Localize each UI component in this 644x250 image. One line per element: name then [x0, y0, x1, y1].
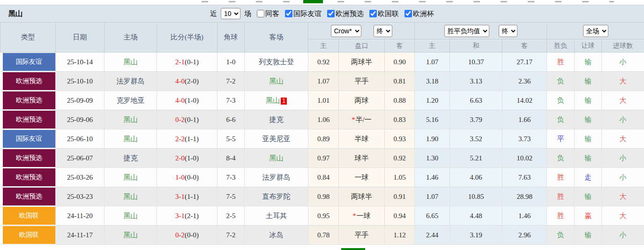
page-title: 黑山: [8, 5, 22, 22]
odds-group-header: Crow* 终: [308, 23, 415, 39]
home-odds-cell: 1.01: [308, 91, 339, 110]
goals-cell: 大: [602, 187, 644, 206]
home-team-name: 黑山: [124, 212, 138, 220]
sub-header-handicap-result: 让球: [575, 39, 602, 53]
away-team-cell: 土耳其: [245, 206, 308, 226]
fulltime-score: 0-2: [175, 116, 185, 123]
competition-type-cell: 欧国联: [0, 226, 56, 245]
mean-away-cell: 2.36: [502, 72, 547, 91]
col-header-home: 主场: [105, 23, 157, 53]
mean-type-select[interactable]: 胜平负均值: [444, 25, 489, 37]
mean-home-cell: 1.90: [415, 129, 450, 149]
scope-select[interactable]: 全场: [583, 25, 608, 37]
handicap-result-cell: 输: [575, 53, 602, 72]
mean-away-cell: 14.02: [502, 91, 547, 110]
scope-group-header: 全场: [547, 23, 644, 39]
competition-filter-euro-qual[interactable]: 欧洲预选: [323, 9, 364, 18]
home-team-cell: 黑山: [105, 206, 157, 226]
filter-controls: 近 10 场 同客 国际友谊 欧洲预选 欧国联: [210, 8, 434, 19]
handicap-cell: *一球: [339, 206, 385, 226]
goals-cell: 大: [602, 91, 644, 110]
away-team-name: 黑山: [270, 154, 284, 162]
odds-source-select[interactable]: Crow*: [331, 25, 361, 37]
handicap-cell: 半球: [339, 129, 385, 149]
fulltime-score: 1-0: [175, 174, 185, 181]
away-team-cell: 直布罗陀: [245, 187, 308, 206]
same-venue-filter[interactable]: 同客: [253, 9, 279, 18]
match-row: 欧国联24-11-17黑山0-2(0-0)7-2冰岛0.78平手1.122.44…: [0, 226, 644, 245]
result-cell: 胜: [547, 187, 575, 206]
home-team-name: 黑山: [124, 174, 138, 181]
away-odds-cell: 0.93: [385, 129, 415, 149]
competition-badge: 欧洲预选: [3, 111, 56, 129]
home-team-cell: 捷克: [105, 149, 157, 168]
mean-group-header: 胜平负均值 终: [415, 23, 547, 39]
competition-filter-euro-cup[interactable]: 欧洲杯: [401, 9, 434, 18]
match-row: 欧国联24-11-20黑山3-1(2-1)2-5土耳其0.95*一球0.946.…: [0, 206, 644, 226]
nations-league-checkbox[interactable]: [369, 10, 377, 17]
odds-time-select[interactable]: 终: [374, 25, 392, 37]
bottom-green-cell: [341, 248, 365, 250]
goals-cell: 小: [602, 168, 644, 187]
match-row: 欧洲预选25-03-26黑山1-0(0-0)7-3法罗群岛0.84一球1.051…: [0, 168, 644, 187]
fulltime-score: 2-2: [175, 135, 185, 143]
handicap-change-star: *: [352, 116, 355, 123]
col-header-type: 类型: [0, 23, 56, 53]
mean-home-cell: 1.07: [415, 53, 450, 72]
fulltime-score: 2-1: [175, 58, 185, 66]
sub-header-odds-away: 客: [385, 39, 415, 53]
match-row: 欧洲预选25-09-09克罗地亚4-0(1-0)7-3黑山11.01两球0.88…: [0, 91, 644, 110]
home-odds-cell: 0.98: [308, 187, 339, 206]
recent-count-select[interactable]: 10: [221, 8, 240, 19]
mean-home-cell: 1.46: [415, 168, 450, 187]
mean-draw-cell: 6.63: [450, 91, 502, 110]
away-odds-cell: 0.83: [385, 110, 415, 129]
competition-badge: 欧国联: [3, 226, 56, 244]
euro-qual-label: 欧洲预选: [336, 9, 364, 18]
corner-cell: 7-3: [217, 91, 245, 110]
home-team-cell: 黑山: [105, 168, 157, 187]
match-row: 欧洲预选25-10-10法罗群岛4-0(2-0)7-2黑山1.07平手0.813…: [0, 72, 644, 91]
col-header-score: 比分(半场): [157, 23, 217, 53]
score-cell: 2-0(1-0): [157, 149, 217, 168]
home-team-name: 黑山: [124, 58, 138, 66]
competition-filter-nations-league[interactable]: 欧国联: [366, 9, 399, 18]
match-stats-page: 黑山 近 10 场 同客 国际友谊 欧洲预选 欧国联: [0, 0, 644, 250]
mean-home-cell: 1.30: [415, 149, 450, 168]
score-cell: 3-1(1-1): [157, 187, 217, 206]
mean-away-cell: 7.63: [502, 168, 547, 187]
home-odds-cell: 1.07: [308, 72, 339, 91]
handicap-result-cell: 输: [575, 91, 602, 110]
mean-time-select[interactable]: 终: [499, 25, 517, 37]
result-cell: 负: [547, 72, 575, 91]
mean-away-cell: 1.46: [502, 206, 547, 226]
corner-cell: 6-6: [217, 110, 245, 129]
same-venue-checkbox[interactable]: [257, 10, 264, 17]
competition-type-cell: 国际友谊: [0, 53, 56, 72]
euro-cup-checkbox[interactable]: [404, 10, 412, 17]
euro-qual-checkbox[interactable]: [327, 10, 335, 17]
friendly-label: 国际友谊: [293, 9, 322, 18]
same-venue-label: 同客: [265, 9, 279, 18]
match-row: 欧洲预选25-03-23黑山3-1(1-1)7-5直布罗陀0.98两球半0.91…: [0, 187, 644, 206]
clipped-previous-row: [0, 0, 644, 5]
competition-type-cell: 欧洲预选: [0, 91, 56, 110]
date-cell: 25-09-06: [56, 110, 105, 129]
away-team-cell: 黑山1: [245, 91, 308, 110]
goals-cell: 小: [602, 226, 644, 245]
mean-draw-cell: 5.21: [450, 149, 502, 168]
home-team-cell: 黑山: [105, 187, 157, 206]
competition-filter-friendly[interactable]: 国际友谊: [281, 9, 322, 18]
halftime-score: (0-1): [185, 58, 199, 66]
result-cell: 负: [547, 91, 575, 110]
fulltime-score: 4-0: [175, 77, 185, 85]
handicap-result-cell: 输: [575, 226, 602, 245]
result-cell: 平: [547, 129, 575, 149]
date-cell: 25-06-10: [56, 129, 105, 149]
away-team-cell: 法罗群岛: [245, 168, 308, 187]
clipped-next-row: [0, 245, 644, 250]
match-row: 国际友谊25-06-10黑山2-2(1-1)5-5亚美尼亚0.89半球0.931…: [0, 129, 644, 149]
mean-away-cell: 10.02: [502, 149, 547, 168]
friendly-checkbox[interactable]: [285, 10, 292, 17]
away-team-cell: 冰岛: [245, 226, 308, 245]
